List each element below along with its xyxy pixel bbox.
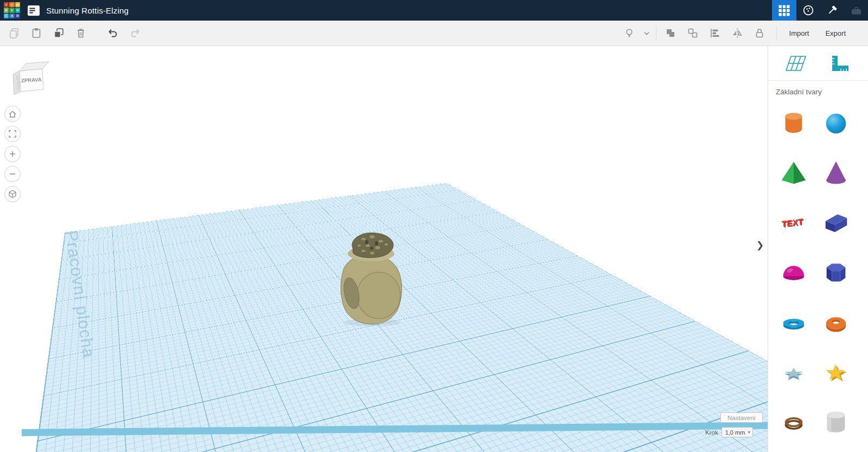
topbar: TINKERCAD Stunning Rottis-Elzing xyxy=(0,0,868,21)
ruler-helper-icon xyxy=(829,54,851,73)
lock-button[interactable] xyxy=(750,23,769,43)
perspective-icon xyxy=(8,189,17,199)
shape-torus-icon[interactable] xyxy=(815,301,857,344)
delete-button[interactable] xyxy=(71,23,91,43)
toolbox-button[interactable] xyxy=(844,0,868,21)
caret-down-icon xyxy=(644,31,649,35)
zoom-in-button[interactable] xyxy=(4,146,21,162)
shapes-panel: Základní tvary TEXTTEXT xyxy=(768,46,868,452)
panel-collapse-button[interactable]: ❯ xyxy=(755,238,765,252)
toolbox-icon xyxy=(850,4,863,17)
toolbar-divider xyxy=(656,26,656,40)
shape-grid: TEXTTEXT xyxy=(768,101,868,444)
home-icon xyxy=(8,109,17,119)
snap-grid-control: Krok 1,0 mm ▾ xyxy=(705,427,753,437)
shapes-category-header[interactable]: Základní tvary xyxy=(768,81,868,101)
shape-cylinder-icon[interactable] xyxy=(773,101,815,145)
ungroup-button[interactable] xyxy=(683,23,703,43)
undo-icon xyxy=(106,27,119,40)
show-all-caret-button[interactable] xyxy=(642,23,652,43)
step-select[interactable]: 1,0 mm ▾ xyxy=(722,427,753,437)
tinkercad-app: TINKERCAD Stunning Rottis-Elzing xyxy=(0,0,868,452)
ungroup-icon xyxy=(686,27,699,40)
shape-cone-icon[interactable] xyxy=(815,151,857,195)
duplicate-button[interactable] xyxy=(49,23,68,43)
duplicate-icon xyxy=(52,27,65,40)
lightbulb-icon xyxy=(623,27,636,40)
shape-gray-cylinder-icon[interactable] xyxy=(815,401,857,444)
shape-star-flat-icon[interactable] xyxy=(773,351,815,394)
shape-hex-prism-icon[interactable] xyxy=(815,251,857,294)
zoom-out-icon xyxy=(8,169,17,179)
trash-icon xyxy=(74,27,87,40)
shape-ring-icon[interactable] xyxy=(773,401,815,444)
redo-icon xyxy=(129,27,142,40)
align-icon xyxy=(709,27,722,40)
design-menu-button[interactable] xyxy=(27,4,40,17)
toolbar: Import Export xyxy=(0,21,868,46)
home-view-button[interactable] xyxy=(4,106,21,122)
show-all-button[interactable] xyxy=(620,23,639,43)
view-nav-buttons xyxy=(4,106,21,202)
shape-star-icon[interactable] xyxy=(815,351,857,394)
design-title[interactable]: Stunning Rottis-Elzing xyxy=(46,6,129,15)
workplane-helper-button[interactable] xyxy=(777,48,815,79)
group-button[interactable] xyxy=(661,23,680,43)
tinkercad-logo-icon[interactable]: TINKERCAD xyxy=(4,2,20,18)
paste-icon xyxy=(30,27,43,40)
viewcube-front-label: ZPRAVA xyxy=(21,76,42,83)
paste-button[interactable] xyxy=(27,23,46,43)
redo-button[interactable] xyxy=(125,23,145,43)
step-value: 1,0 mm xyxy=(725,429,748,436)
mode-3d-blocks-button[interactable] xyxy=(772,0,796,21)
undo-button[interactable] xyxy=(103,23,123,43)
caret-down-icon: ▾ xyxy=(748,430,750,435)
viewport-3d[interactable]: Pracovní plocha ZEPŘEDU ZPRAVA xyxy=(0,46,768,452)
toolbar-right: Import Export xyxy=(620,23,868,43)
fit-view-icon xyxy=(8,129,17,139)
model-skull-ring[interactable] xyxy=(332,229,408,328)
copy-icon xyxy=(8,27,21,40)
shape-pyramid-icon[interactable] xyxy=(773,151,815,195)
group-icon xyxy=(664,27,677,40)
design-menu-icon xyxy=(27,4,40,17)
hammer-icon xyxy=(826,4,838,16)
toolbar-divider xyxy=(776,26,777,40)
shape-sphere-icon[interactable] xyxy=(815,101,857,145)
topbar-right xyxy=(772,0,868,21)
zoom-in-icon xyxy=(8,149,17,159)
perspective-toggle-button[interactable] xyxy=(4,186,21,202)
align-button[interactable] xyxy=(705,23,725,43)
sim-lab-button[interactable] xyxy=(796,0,820,21)
shape-text-icon[interactable]: TEXTTEXT xyxy=(773,201,815,244)
lock-icon xyxy=(753,27,766,40)
shape-slanted-box-icon[interactable] xyxy=(815,201,857,244)
panel-helpers xyxy=(768,46,868,81)
shape-flat-ring-icon[interactable] xyxy=(773,301,815,344)
sim-lab-icon xyxy=(802,4,814,16)
settings-button[interactable]: Nastavení xyxy=(720,412,763,423)
mirror-button[interactable] xyxy=(727,23,747,43)
fit-view-button[interactable] xyxy=(4,126,21,142)
step-label: Krok xyxy=(705,429,718,436)
import-button[interactable]: Import xyxy=(781,25,818,42)
blocks-grid-icon xyxy=(778,5,790,16)
export-button[interactable]: Export xyxy=(817,25,854,42)
ruler-helper-button[interactable] xyxy=(821,48,859,79)
zoom-out-button[interactable] xyxy=(4,166,21,182)
mirror-icon xyxy=(731,27,744,40)
chevron-right-icon: ❯ xyxy=(756,240,764,251)
shape-half-sphere-icon[interactable] xyxy=(773,251,815,294)
view-cube[interactable]: ZEPŘEDU ZPRAVA xyxy=(7,55,52,98)
copy-button[interactable] xyxy=(4,23,24,43)
workplane-helper-icon xyxy=(784,54,808,73)
tools-button[interactable] xyxy=(820,0,844,21)
